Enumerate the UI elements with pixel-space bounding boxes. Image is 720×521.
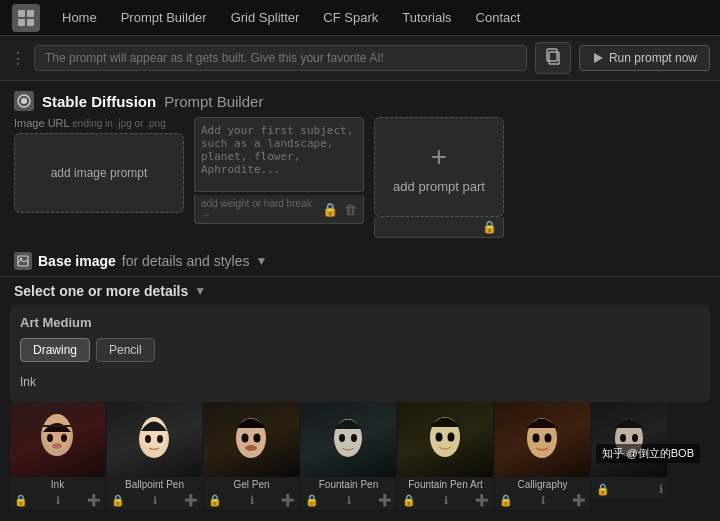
nav-grid-splitter[interactable]: Grid Splitter (221, 6, 310, 29)
lock-icon: 🔒 (111, 494, 125, 507)
svg-point-26 (339, 434, 345, 442)
add-prompt-part-container: + add prompt part 🔒 (374, 117, 504, 238)
add-image-prompt-button[interactable]: add image prompt (14, 133, 184, 213)
info-icon: ℹ (541, 494, 545, 507)
svg-point-15 (52, 443, 62, 449)
svg-point-24 (245, 445, 257, 451)
add-prompt-part-footer: 🔒 (374, 217, 504, 238)
nav-home[interactable]: Home (52, 6, 107, 29)
sd-title-light: Prompt Builder (164, 93, 263, 110)
add-icon: ➕ (572, 494, 586, 507)
info-icon: ℹ (250, 494, 254, 507)
svg-point-29 (436, 432, 443, 441)
trash-icon[interactable]: 🗑 (344, 202, 357, 217)
navbar: Home Prompt Builder Grid Splitter CF Spa… (0, 0, 720, 36)
prompt-bar: ⋮ Run prompt now (0, 36, 720, 81)
prompt-bar-dots[interactable]: ⋮ (10, 49, 26, 68)
add-prompt-part-label: add prompt part (393, 179, 485, 194)
add-icon: ➕ (475, 494, 489, 507)
select-details-bar: Select one or more details ▼ (0, 276, 720, 305)
grid-item-gelpen[interactable]: Gel Pen 🔒 ℹ ➕ (204, 402, 299, 509)
image-grid-wrapper: Ink 🔒 ℹ ➕ Ballpoint Pen 🔒 (0, 402, 720, 513)
nav-contact[interactable]: Contact (466, 6, 531, 29)
base-image-icon (14, 252, 32, 270)
lock-icon-2: 🔒 (482, 220, 497, 234)
svg-point-22 (242, 433, 249, 442)
lock-icon: 🔒 (305, 494, 319, 507)
grid-item-fountain[interactable]: Fountain Pen 🔒 ℹ ➕ (301, 402, 396, 509)
detail-sub-ink: Ink (20, 372, 700, 392)
copy-button[interactable] (535, 42, 571, 74)
grid-footer-calligraphy: 🔒 ℹ ➕ (495, 492, 590, 509)
info-icon: ℹ (56, 494, 60, 507)
prompt-textarea[interactable] (194, 117, 364, 192)
prompt-bar-actions: Run prompt now (535, 42, 710, 74)
run-prompt-button[interactable]: Run prompt now (579, 45, 710, 71)
page-title: Stable Diffusion Prompt Builder (0, 81, 720, 117)
sd-icon (14, 91, 34, 111)
add-icon: ➕ (87, 494, 101, 507)
prompt-footer-icons: 🔒 🗑 (322, 202, 357, 217)
prompt-builder-area: Image URL ending in .jpg or .png add ima… (0, 117, 720, 246)
svg-point-19 (145, 435, 151, 443)
svg-point-8 (21, 98, 27, 104)
grid-item-ink[interactable]: Ink 🔒 ℹ ➕ (10, 402, 105, 509)
image-url-box: Image URL ending in .jpg or .png add ima… (14, 117, 184, 213)
details-category: Art Medium (20, 315, 700, 330)
grid-footer-ink: 🔒 ℹ ➕ (10, 492, 105, 509)
svg-point-23 (254, 433, 261, 442)
base-image-bold: Base image (38, 253, 116, 269)
select-details-arrow[interactable]: ▼ (194, 284, 206, 298)
select-details-label: Select one or more details (14, 283, 188, 299)
info-icon: ℹ (659, 483, 663, 496)
grid-footer-ballpoint: 🔒 ℹ ➕ (107, 492, 202, 509)
lock-icon: 🔒 (402, 494, 416, 507)
nav-prompt-builder[interactable]: Prompt Builder (111, 6, 217, 29)
lock-icon: 🔒 (499, 494, 513, 507)
grid-label-fountain: Fountain Pen (301, 477, 396, 492)
base-image-light: for details and styles (122, 253, 250, 269)
grid-label-gelpen: Gel Pen (204, 477, 299, 492)
sd-title-bold: Stable Diffusion (42, 93, 156, 110)
lock-icon: 🔒 (208, 494, 222, 507)
image-url-label: Image URL ending in .jpg or .png (14, 117, 184, 129)
svg-rect-1 (27, 10, 34, 17)
nav-tutorials[interactable]: Tutorials (392, 6, 461, 29)
svg-point-36 (632, 434, 638, 442)
tag-pencil[interactable]: Pencil (96, 338, 155, 362)
prompt-bar-input[interactable] (34, 45, 527, 71)
lock-icon: 🔒 (14, 494, 28, 507)
grid-item-fountain-art[interactable]: Fountain Pen Art 🔒 ℹ ➕ (398, 402, 493, 509)
svg-point-33 (545, 433, 552, 442)
grid-label-ballpoint: Ballpoint Pen (107, 477, 202, 492)
plus-icon: + (431, 141, 447, 173)
tag-drawing[interactable]: Drawing (20, 338, 90, 362)
svg-point-27 (351, 434, 357, 442)
prompt-text-box: add weight or hard break → 🔒 🗑 (194, 117, 364, 224)
svg-point-20 (157, 435, 163, 443)
grid-footer-gelpen: 🔒 ℹ ➕ (204, 492, 299, 509)
base-image-dropdown[interactable]: ▼ (255, 254, 267, 268)
add-icon: ➕ (184, 494, 198, 507)
info-icon: ℹ (347, 494, 351, 507)
nav-cf-spark[interactable]: CF Spark (313, 6, 388, 29)
svg-marker-6 (594, 53, 603, 63)
add-prompt-part-button[interactable]: + add prompt part (374, 117, 504, 217)
svg-point-13 (47, 434, 53, 442)
grid-footer-fountain: 🔒 ℹ ➕ (301, 492, 396, 509)
lock-icon[interactable]: 🔒 (322, 202, 338, 217)
info-icon: ℹ (153, 494, 157, 507)
add-icon: ➕ (378, 494, 392, 507)
watermark: 知乎 @倒立的BOB (596, 444, 700, 463)
grid-footer-fountain-art: 🔒 ℹ ➕ (398, 492, 493, 509)
prompt-footer: add weight or hard break → 🔒 🗑 (194, 195, 364, 224)
svg-point-32 (533, 433, 540, 442)
info-icon: ℹ (444, 494, 448, 507)
add-icon: ➕ (281, 494, 295, 507)
grid-item-calligraphy[interactable]: Calligraphy 🔒 ℹ ➕ (495, 402, 590, 509)
svg-rect-3 (27, 19, 34, 26)
svg-rect-2 (18, 19, 25, 26)
lock-icon: 🔒 (596, 483, 610, 496)
grid-item-ballpoint[interactable]: Ballpoint Pen 🔒 ℹ ➕ (107, 402, 202, 509)
grid-label-calligraphy: Calligraphy (495, 477, 590, 492)
